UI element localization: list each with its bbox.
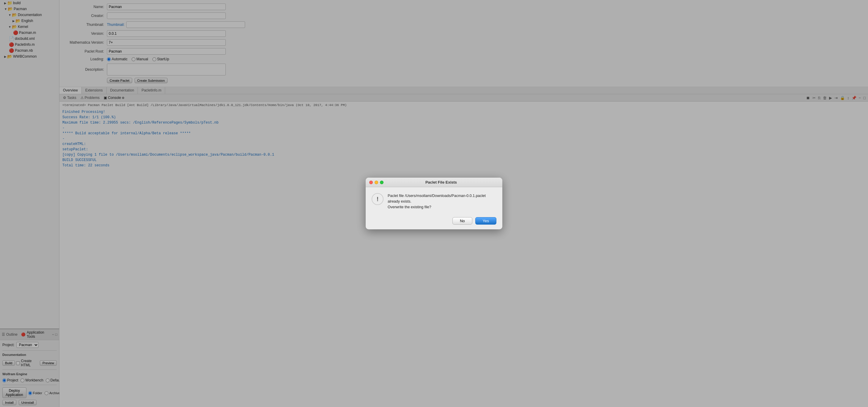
dialog-titlebar: Paclet File Exists xyxy=(366,178,502,187)
close-button[interactable] xyxy=(369,181,373,184)
dialog-box: Paclet File Exists ! Paclet file /Users/… xyxy=(366,178,502,229)
no-button[interactable]: No xyxy=(453,217,472,225)
zoom-button[interactable] xyxy=(380,181,383,184)
minimize-button[interactable] xyxy=(375,181,378,184)
yes-button[interactable]: Yes xyxy=(475,217,496,225)
dialog-message: Paclet file /Users/msollami/Downloads/Pa… xyxy=(388,193,496,210)
warning-icon: ! xyxy=(372,193,383,205)
dialog-overlay: Paclet File Exists ! Paclet file /Users/… xyxy=(0,0,868,407)
dialog-body: ! Paclet file /Users/msollami/Downloads/… xyxy=(366,187,502,215)
dialog-buttons: No Yes xyxy=(366,215,502,229)
traffic-lights xyxy=(369,181,383,184)
dialog-title: Paclet File Exists xyxy=(383,180,499,185)
